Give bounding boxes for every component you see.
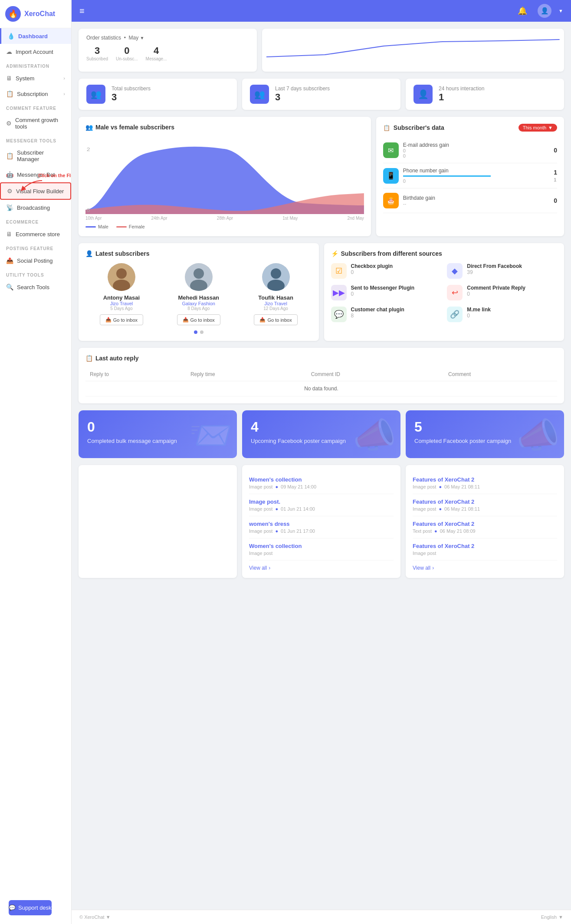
comment-reply-icon: ↩ xyxy=(447,285,463,300)
dot-1[interactable] xyxy=(200,330,203,334)
unsubscribed-label: Un-subsc... xyxy=(116,56,138,61)
campaign-title-2-2[interactable]: Features of XeroChat 2 xyxy=(413,521,557,527)
sidebar-item-comment-growth[interactable]: ⚙ Comment growth tools xyxy=(0,112,71,134)
inbox-label-0: Go to inbox xyxy=(113,317,138,323)
sidebar-item-dashboard[interactable]: 💧 Dashboard xyxy=(0,28,71,44)
language-selector[interactable]: English ▼ xyxy=(541,914,563,920)
campaign-title-1-2[interactable]: women's dress xyxy=(249,521,394,527)
campaign-title-1-0[interactable]: Women's collection xyxy=(249,476,394,483)
carousel-dots xyxy=(85,330,312,334)
checkbox-val: 0 xyxy=(351,269,393,275)
meta-date: 06 May 21 08:09 xyxy=(440,528,476,534)
campaign-title-2-0[interactable]: Features of XeroChat 2 xyxy=(413,476,557,483)
visual-flow-wrapper: Click on the Flow builder ⚙ Visual Flow … xyxy=(0,182,71,200)
sub-data-item-birthdate: 🎂 Birthdate gain -- 0 xyxy=(383,188,557,213)
goto-inbox-button-2[interactable]: 📥 Go to inbox xyxy=(254,314,297,325)
area-chart-svg: 2 0 xyxy=(85,136,364,214)
topbar: ≡ 🔔 👤 ▼ xyxy=(72,0,571,22)
source-direct-fb: ◆ Direct From Facebook 39 xyxy=(447,263,557,279)
chart-icon: 👥 xyxy=(85,124,93,131)
view-all-button-2[interactable]: View all › xyxy=(413,565,434,571)
campaign-title-1-1[interactable]: Image post. xyxy=(249,498,394,505)
campaign-title-2-3[interactable]: Features of XeroChat 2 xyxy=(413,543,557,549)
sidebar-item-ecommerce[interactable]: 🖥 Ecommerce store xyxy=(0,226,71,242)
metric-card-2: 👤 24 hours interaction 1 xyxy=(406,79,564,110)
campaign-stat-1: 4 Upcoming Facebook poster campaign 📣 xyxy=(242,410,400,458)
inbox-icon-0: 📥 xyxy=(105,317,112,323)
campaign-title-2-1[interactable]: Features of XeroChat 2 xyxy=(413,498,557,505)
campaign-item-1-2: women's dress Image post ● 01 Jun 21 17:… xyxy=(249,516,394,538)
message-value: 4 xyxy=(146,45,167,56)
meta-type: Text post xyxy=(413,528,432,534)
campaign-title-1-3[interactable]: Women's collection xyxy=(249,543,394,549)
campaign-bg-icon-2: 📣 xyxy=(516,415,560,456)
subscriber-avatar-1 xyxy=(185,263,213,291)
sidebar-item-system[interactable]: 🖥 System › xyxy=(0,70,71,86)
metric-icon-0: 👥 xyxy=(86,85,105,104)
meta-type: Image post xyxy=(413,506,436,512)
copyright-text: © XeroChat xyxy=(79,914,105,920)
sidebar-item-label: Import Account xyxy=(16,49,53,55)
phone-gain-val: 11 xyxy=(554,169,557,183)
phone-gain-bar xyxy=(403,175,491,177)
sidebar-item-broadcasting[interactable]: 📡 Broadcasting xyxy=(0,200,71,215)
campaign-bg-icon-1: 📣 xyxy=(353,415,396,456)
order-month: May xyxy=(129,35,139,41)
logo-text: XeroChat xyxy=(24,10,55,18)
sub-data-header: 📋 Subscriber's data This month ▼ xyxy=(383,124,557,132)
subscriber-avatar-2 xyxy=(262,263,290,291)
mme-link-info: M.me link 0 xyxy=(467,307,491,319)
sidebar-item-social-posting[interactable]: 📤 Social Posting xyxy=(0,253,71,268)
footer-dropdown-icon[interactable]: ▼ xyxy=(106,914,111,920)
subscriber-page-1: Galaxy Fashion xyxy=(177,301,220,306)
source-checkbox: ☑ Checkbox plugin 0 xyxy=(331,263,441,279)
metric-icon-1: 👥 xyxy=(250,85,269,104)
order-stats-card: Order statistics • May ▼ 3 Subscribed 0 … xyxy=(79,29,257,72)
logo-icon: 🔥 xyxy=(5,6,21,22)
sidebar-item-subscriber-manager[interactable]: 📋 Subscriber Manager xyxy=(0,145,71,167)
source-customer-chat: 💬 Customer chat plugin 8 xyxy=(331,307,441,322)
system-icon: 🖥 xyxy=(6,75,12,82)
campaign-listing-0 xyxy=(79,465,237,578)
posting-icon: 📤 xyxy=(6,257,13,264)
legend-male-label: Male xyxy=(98,224,108,229)
chevron-right-icon: › xyxy=(63,76,65,81)
topbar-avatar[interactable]: 👤 xyxy=(538,4,551,18)
sidebar-item-import[interactable]: ☁ Import Account xyxy=(0,44,71,59)
campaign-meta-1-3: Image post xyxy=(249,551,394,556)
sidebar-item-visual-flow[interactable]: ⚙ Visual Flow Builder xyxy=(0,182,71,200)
meta-date: 01 Jun 21 14:00 xyxy=(281,506,315,512)
store-icon: 🖥 xyxy=(6,231,12,238)
mme-link-name: M.me link xyxy=(467,307,491,313)
subscriber-card-2: Toufik Hasan Jizo Travel 12 Days Ago 📥 G… xyxy=(254,263,297,325)
phone-icon-bg: 📱 xyxy=(383,168,399,184)
topbar-menu-icon[interactable]: ≡ xyxy=(79,6,85,16)
goto-inbox-button-1[interactable]: 📥 Go to inbox xyxy=(177,314,220,325)
sidebar-item-search-tools[interactable]: 🔍 Search Tools xyxy=(0,279,71,295)
topbar-dropdown-icon[interactable]: ▼ xyxy=(558,8,563,13)
metric-info-0: Total subscribers 3 xyxy=(112,86,151,103)
meta-type: Image post xyxy=(413,551,436,556)
campaign-stat-2: 5 Completed Facebook poster campaign 📣 xyxy=(406,410,564,458)
this-month-button[interactable]: This month ▼ xyxy=(518,124,557,132)
checkbox-name: Checkbox plugin xyxy=(351,263,393,269)
main-content: ≡ 🔔 👤 ▼ Order statistics • May ▼ 3 Subsc… xyxy=(72,0,571,924)
unsubscribed-value: 0 xyxy=(116,45,138,56)
metric-cards-row: 👥 Total subscribers 3 👥 Last 7 days subs… xyxy=(79,79,564,110)
view-all-button-1[interactable]: View all › xyxy=(249,565,270,571)
month-dropdown-icon[interactable]: ▼ xyxy=(140,36,144,40)
support-desk-button[interactable]: 💬 Support desk xyxy=(9,900,52,915)
utility-section-label: UTILITY TOOLS xyxy=(0,268,71,279)
meta-dot: ● xyxy=(439,484,442,489)
birthdate-icon-bg: 🎂 xyxy=(383,193,399,208)
meta-dot: ● xyxy=(434,528,437,534)
admin-section-label: ADMINISTRATION xyxy=(0,59,71,70)
latest-sub-title-text: Latest subscribers xyxy=(95,250,150,257)
meta-date: 06 May 21 08:11 xyxy=(444,506,480,512)
topbar-bell-icon[interactable]: 🔔 xyxy=(518,6,527,16)
goto-inbox-button-0[interactable]: 📥 Go to inbox xyxy=(100,314,143,325)
sidebar-item-subscription[interactable]: 📋 Subscription › xyxy=(0,86,71,102)
meta-dot: ● xyxy=(275,484,278,489)
svg-text:0: 0 xyxy=(87,208,90,213)
dot-0[interactable] xyxy=(194,330,197,334)
